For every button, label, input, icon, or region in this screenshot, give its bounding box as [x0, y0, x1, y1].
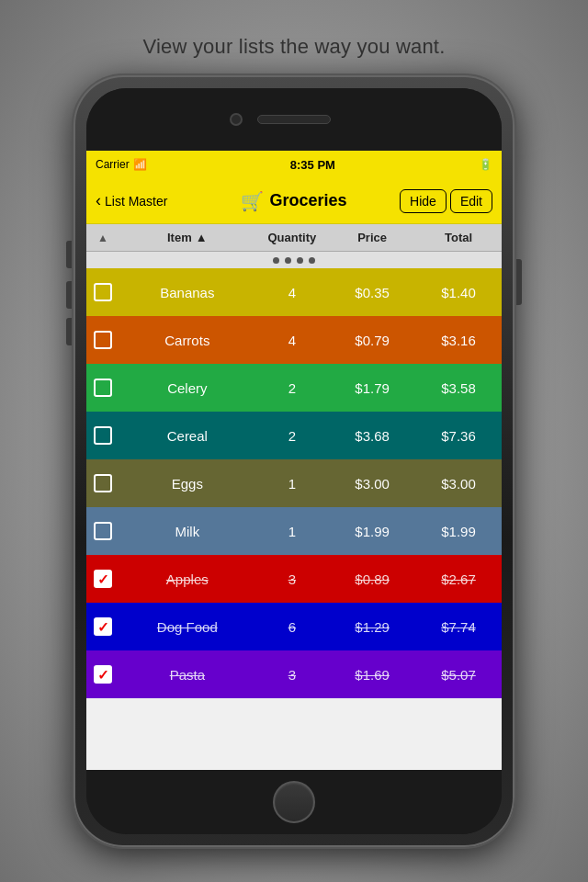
list-item[interactable]: Carrots 4 $0.79 $3.16 — [86, 316, 502, 364]
nav-title-area: 🛒 Groceries — [195, 190, 393, 212]
row-checkbox[interactable]: ✓ — [86, 617, 119, 636]
row-qty: 2 — [255, 380, 330, 396]
home-button[interactable] — [273, 781, 315, 823]
row-total: $7.74 — [415, 619, 502, 635]
row-name: Milk — [119, 524, 255, 539]
row-total: $7.36 — [415, 428, 502, 444]
row-qty: 3 — [255, 571, 330, 587]
row-checkbox[interactable] — [86, 426, 119, 445]
row-checkbox[interactable] — [86, 522, 119, 540]
row-qty: 1 — [255, 476, 330, 492]
row-qty: 2 — [255, 428, 330, 444]
sort-icon[interactable]: ▲ — [86, 232, 119, 244]
row-checkbox[interactable] — [86, 331, 119, 349]
row-name: Apples — [119, 571, 255, 587]
list-item[interactable]: Eggs 1 $3.00 $3.00 — [86, 459, 502, 507]
nav-title: Groceries — [269, 191, 346, 210]
row-total: $1.40 — [415, 285, 502, 300]
dot-2[interactable] — [285, 257, 291, 264]
col-total-header[interactable]: Total — [415, 231, 502, 244]
row-name: Celery — [119, 380, 255, 396]
row-price: $0.79 — [329, 333, 415, 348]
row-price: $1.99 — [329, 524, 415, 539]
row-total: $1.99 — [415, 524, 502, 539]
item-sort-icon: ▲ — [196, 231, 208, 244]
checkmark-icon: ✓ — [97, 572, 109, 586]
list-body: Bananas 4 $0.35 $1.40 Carrots 4 $0.79 $3… — [86, 268, 502, 770]
tagline: View your lists the way you want. — [142, 35, 445, 59]
row-checkbox[interactable]: ✓ — [86, 665, 119, 684]
speaker-icon — [257, 115, 331, 124]
phone-inner: Carrier 📶 8:35 PM 🔋 ‹ List Master 🛒 Groc… — [86, 88, 502, 834]
dot-1[interactable] — [273, 257, 279, 264]
checkbox-5[interactable] — [94, 522, 112, 540]
row-price: $3.00 — [329, 476, 415, 492]
carrier-label: Carrier 📶 — [96, 158, 147, 171]
list-item[interactable]: ✓ Dog Food 6 $1.29 $7.74 — [86, 603, 502, 650]
nav-bar: ‹ List Master 🛒 Groceries Hide Edit — [86, 178, 502, 224]
row-name: Pasta — [119, 667, 255, 683]
row-qty: 1 — [255, 524, 330, 539]
row-total: $5.07 — [415, 667, 502, 683]
row-price: $1.69 — [329, 667, 415, 683]
row-price: $1.79 — [329, 380, 415, 396]
checkbox-3[interactable] — [94, 426, 112, 445]
screen: Carrier 📶 8:35 PM 🔋 ‹ List Master 🛒 Groc… — [86, 151, 502, 770]
camera-icon — [230, 113, 243, 126]
list-item[interactable]: Milk 1 $1.99 $1.99 — [86, 507, 502, 555]
checkmark-icon: ✓ — [97, 620, 109, 634]
dot-4[interactable] — [309, 257, 315, 264]
row-checkbox[interactable] — [86, 474, 119, 492]
nav-buttons: Hide Edit — [393, 189, 492, 213]
col-price-header[interactable]: Price — [329, 231, 415, 244]
row-qty: 6 — [255, 619, 330, 635]
checkbox-1[interactable] — [94, 331, 112, 349]
row-name: Bananas — [119, 285, 255, 300]
row-checkbox[interactable] — [86, 283, 119, 301]
row-checkbox[interactable]: ✓ — [86, 570, 119, 588]
cart-icon: 🛒 — [241, 190, 264, 212]
row-total: $2.67 — [415, 571, 502, 587]
row-price: $3.68 — [329, 428, 415, 444]
row-price: $1.29 — [329, 619, 415, 635]
row-checkbox[interactable] — [86, 379, 119, 397]
list-item[interactable]: ✓ Pasta 3 $1.69 $5.07 — [86, 650, 502, 698]
checkbox-8[interactable]: ✓ — [94, 665, 112, 684]
col-item-header[interactable]: Item ▲ — [119, 231, 255, 244]
row-qty: 4 — [255, 285, 330, 300]
row-total: $3.00 — [415, 476, 502, 492]
list-item[interactable]: ✓ Apples 3 $0.89 $2.67 — [86, 555, 502, 603]
wifi-icon: 📶 — [133, 158, 147, 171]
back-chevron-icon: ‹ — [96, 191, 101, 210]
row-total: $3.58 — [415, 380, 502, 396]
col-quantity-header[interactable]: Quantity — [255, 231, 330, 244]
back-button[interactable]: ‹ List Master — [96, 191, 195, 210]
row-name: Carrots — [119, 333, 255, 348]
row-total: $3.16 — [415, 333, 502, 348]
row-qty: 3 — [255, 667, 330, 683]
row-price: $0.89 — [329, 571, 415, 587]
dot-3[interactable] — [297, 257, 303, 264]
phone-bottom-bar — [86, 770, 502, 834]
checkbox-2[interactable] — [94, 379, 112, 397]
row-name: Dog Food — [119, 619, 255, 635]
edit-button[interactable]: Edit — [450, 189, 492, 213]
checkbox-6[interactable]: ✓ — [94, 570, 112, 588]
row-name: Cereal — [119, 428, 255, 444]
checkmark-icon: ✓ — [97, 668, 109, 682]
checkbox-7[interactable]: ✓ — [94, 617, 112, 636]
column-headers: ▲ Item ▲ Quantity Price Total — [86, 224, 502, 252]
battery-icon: 🔋 — [479, 158, 492, 171]
pagination-dots — [86, 252, 502, 268]
checkbox-0[interactable] — [94, 283, 112, 301]
checkbox-4[interactable] — [94, 474, 112, 492]
row-price: $0.35 — [329, 285, 415, 300]
row-name: Eggs — [119, 476, 255, 492]
phone-shell: Carrier 📶 8:35 PM 🔋 ‹ List Master 🛒 Groc… — [74, 75, 514, 847]
list-item[interactable]: Cereal 2 $3.68 $7.36 — [86, 412, 502, 459]
hide-button[interactable]: Hide — [400, 189, 447, 213]
list-item[interactable]: Bananas 4 $0.35 $1.40 — [86, 268, 502, 316]
row-qty: 4 — [255, 333, 330, 348]
status-bar: Carrier 📶 8:35 PM 🔋 — [86, 151, 502, 178]
list-item[interactable]: Celery 2 $1.79 $3.58 — [86, 364, 502, 412]
